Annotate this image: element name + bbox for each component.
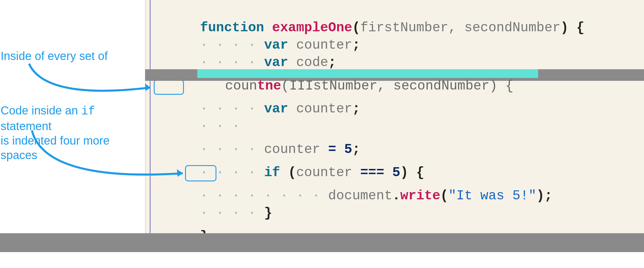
- render-artifact-bar: countne(IIIstNumber, secondNumber) {: [145, 69, 644, 81]
- code-line-12: }: [152, 210, 208, 228]
- arrow-to-first-indent: [20, 61, 160, 96]
- arrow-to-second-indent: [26, 127, 191, 183]
- token-comma: ,: [448, 20, 464, 35]
- token-param1: firstNumber: [360, 20, 448, 35]
- annotation-text-prefix: Code inside an: [1, 104, 81, 117]
- whitespace-dots: · · · ·: [200, 205, 264, 222]
- token-dot: .: [392, 188, 400, 203]
- annotation-text: Inside of every set of: [1, 50, 108, 62]
- token-paren-open: (: [440, 188, 448, 203]
- bottom-artifact-strip: [0, 233, 644, 252]
- code-line-9: · · · · if (counter === 5) {: [152, 147, 424, 164]
- token-paren-close: ): [536, 188, 544, 203]
- page: Inside of every set of Code inside an if…: [0, 0, 644, 268]
- code-line-2: · · · · var counter;: [152, 19, 360, 37]
- code-line-11: · · · · }: [152, 187, 272, 205]
- token-string-itwas5: "It was 5!": [448, 188, 536, 203]
- token-id-document: document: [328, 188, 392, 203]
- annotation-code-if: if: [81, 105, 95, 118]
- token-brace-close: }: [264, 206, 272, 221]
- code-line-1: function exampleOne(firstNumber, secondN…: [152, 2, 585, 19]
- token-semi: ;: [544, 188, 553, 203]
- svg-marker-1: [177, 169, 183, 177]
- glitch-fn: tne: [257, 79, 281, 94]
- token-method-write: write: [400, 188, 440, 203]
- token-paren-close: ): [560, 20, 569, 35]
- token-semi: ;: [352, 38, 360, 53]
- code-editor-panel: function exampleOne(firstNumber, secondN…: [145, 0, 644, 233]
- glitch-rest: (IIIstNumber, secondNumber) {: [281, 79, 513, 94]
- token-brace-open: {: [569, 20, 585, 35]
- token-param2: secondNumber: [464, 20, 560, 35]
- render-artifact-text: countne(IIIstNumber, secondNumber) {: [145, 63, 513, 109]
- editor-margin-line: [150, 0, 151, 233]
- glitch-prefix: coun: [193, 79, 257, 94]
- code-line-3: · · · · var code;: [152, 37, 336, 54]
- whitespace-dots: · · · ·: [264, 187, 328, 205]
